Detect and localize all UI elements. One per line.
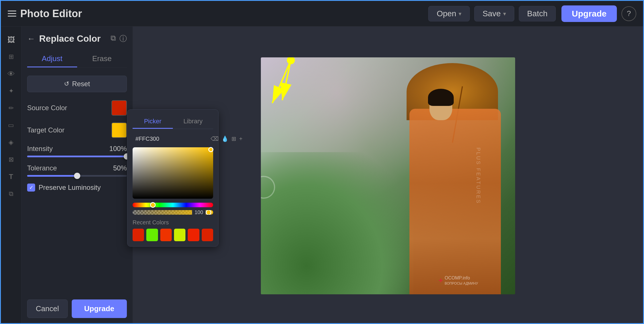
target-color-swatch[interactable] <box>111 122 127 138</box>
picker-add-icon[interactable]: + <box>239 136 243 142</box>
picker-tab-library[interactable]: Library <box>173 115 213 129</box>
sidebar-item-adjust[interactable]: ⊞ <box>4 49 19 64</box>
topbar: Photo Editor Open ▾ Save ▾ Batch Upgrade… <box>1 1 643 27</box>
batch-button[interactable]: Batch <box>519 6 556 21</box>
intensity-slider-fill <box>27 156 127 157</box>
reset-icon: ↺ <box>64 80 69 88</box>
picker-tabs: Picker Library <box>133 115 213 129</box>
source-color-swatch[interactable] <box>111 100 127 116</box>
hue-slider-thumb[interactable] <box>150 202 156 208</box>
picker-erase-icon[interactable]: ⌫ <box>211 135 219 142</box>
upgrade-panel-button[interactable]: Upgrade <box>72 299 127 318</box>
recent-color-1[interactable] <box>133 229 144 241</box>
picker-gradient-area[interactable] <box>133 147 213 199</box>
recent-color-5[interactable] <box>188 229 199 241</box>
sidebar-item-layers[interactable]: ⧉ <box>4 186 19 201</box>
hue-slider[interactable] <box>133 203 213 207</box>
sidebar-item-image[interactable]: 🖼 <box>4 32 19 47</box>
target-color-label: Target Color <box>27 126 107 134</box>
tolerance-slider-fill <box>27 175 77 177</box>
picker-grid-icon[interactable]: ⊞ <box>231 135 236 142</box>
copy-icon[interactable]: ⧉ <box>111 34 116 44</box>
alpha-slider[interactable]: 100 <box>133 210 213 215</box>
tolerance-header: Tolerance 50% <box>27 164 127 172</box>
intensity-value: 100% <box>109 145 127 153</box>
alpha-value-badge: 100 <box>192 210 206 215</box>
tolerance-slider-row: Tolerance 50% <box>27 164 127 177</box>
intensity-header: Intensity 100% <box>27 145 127 153</box>
panel-title: Replace Color <box>39 33 107 44</box>
source-color-row: Source Color <box>27 100 127 116</box>
photo-scene: PLUS FEATURES ✚ OCOMP.infoВОПРОСЫ АДМИНУ <box>261 57 515 294</box>
sidebar-item-magic[interactable]: ✦ <box>4 84 19 98</box>
panel: ← Replace Color ⧉ ⓘ Adjust Erase ↺ Reset… <box>21 27 133 324</box>
picker-hex-row: ⌫ 💧 ⊞ + <box>133 134 213 144</box>
cancel-button[interactable]: Cancel <box>27 299 68 318</box>
recent-color-2[interactable] <box>146 229 158 241</box>
tolerance-label: Tolerance <box>27 164 57 172</box>
hair-shape <box>428 89 454 106</box>
sidebar-item-shapes[interactable]: ◈ <box>4 135 19 150</box>
watermark-icon: ✚ <box>439 277 443 284</box>
help-button[interactable]: ? <box>621 6 636 21</box>
target-color-row: Target Color <box>27 122 127 138</box>
picker-hex-input[interactable] <box>135 136 208 142</box>
intensity-slider-track[interactable] <box>27 156 127 157</box>
sidebar-item-filter[interactable]: ⊠ <box>4 152 19 167</box>
sidebar-item-frame[interactable]: ▭ <box>4 118 19 133</box>
tab-adjust[interactable]: Adjust <box>27 51 77 67</box>
save-chevron-icon: ▾ <box>503 10 506 17</box>
watermark-text: OCOMP.infoВОПРОСЫ АДМИНУ <box>445 275 478 286</box>
plus-features-watermark: PLUS FEATURES <box>475 147 481 204</box>
upgrade-button[interactable]: Upgrade <box>561 5 617 22</box>
open-chevron-icon: ▾ <box>459 10 461 17</box>
tolerance-slider-thumb[interactable] <box>74 173 80 179</box>
save-button[interactable]: Save ▾ <box>474 6 514 21</box>
source-color-label: Source Color <box>27 104 107 112</box>
alpha-slider-thumb[interactable] <box>206 210 211 215</box>
open-button[interactable]: Open ▾ <box>428 6 470 21</box>
reset-button[interactable]: ↺ Reset <box>27 76 127 92</box>
picker-gradient-inner <box>133 147 213 199</box>
tolerance-slider-track[interactable] <box>27 175 127 177</box>
picker-tab-picker[interactable]: Picker <box>133 115 173 129</box>
sidebar-item-text[interactable]: T <box>4 169 19 184</box>
recent-color-6[interactable] <box>202 229 213 241</box>
preserve-luminosity-row: ✓ Preserve Luminosity <box>27 184 127 192</box>
photo-foliage <box>261 152 413 294</box>
preserve-luminosity-label: Preserve Luminosity <box>39 184 101 192</box>
picker-eyedropper-icon[interactable]: 💧 <box>221 135 229 142</box>
color-picker-popup: Picker Library ⌫ 💧 ⊞ + <box>127 109 219 247</box>
preserve-luminosity-checkbox[interactable]: ✓ <box>27 184 35 192</box>
tolerance-value: 50% <box>113 164 127 172</box>
recent-color-4[interactable] <box>174 229 185 241</box>
main-layout: 🖼 ⊞ 👁 ✦ ✏ ▭ ◈ ⊠ T ⧉ ← Replace Color ⧉ ⓘ … <box>1 27 643 324</box>
panel-tabs: Adjust Erase <box>27 51 127 68</box>
panel-header: ← Replace Color ⧉ ⓘ <box>27 33 127 44</box>
kimono-body <box>409 109 501 294</box>
recent-colors-row <box>133 229 213 241</box>
panel-bottom-buttons: Cancel Upgrade <box>27 299 127 318</box>
tab-erase[interactable]: Erase <box>77 51 127 67</box>
intensity-slider-row: Intensity 100% <box>27 145 127 157</box>
panel-header-icons: ⧉ ⓘ <box>111 34 127 44</box>
recent-colors-label: Recent Colors <box>133 219 213 226</box>
canvas-image-container: PLUS FEATURES ✚ OCOMP.infoВОПРОСЫ АДМИНУ <box>261 57 515 294</box>
back-arrow-icon: ← <box>27 34 35 43</box>
ocomp-watermark: ✚ OCOMP.infoВОПРОСЫ АДМИНУ <box>439 275 478 286</box>
topbar-left: Photo Editor <box>8 8 423 20</box>
recent-color-3[interactable] <box>160 229 172 241</box>
sidebar-item-eye[interactable]: 👁 <box>4 67 19 81</box>
icon-sidebar: 🖼 ⊞ 👁 ✦ ✏ ▭ ◈ ⊠ T ⧉ <box>1 27 21 324</box>
app-title: Photo Editor <box>20 8 82 20</box>
topbar-center: Open ▾ Save ▾ Batch <box>428 6 556 21</box>
intensity-label: Intensity <box>27 145 53 153</box>
sidebar-item-brush[interactable]: ✏ <box>4 101 19 116</box>
picker-gradient-handle[interactable] <box>208 147 213 152</box>
panel-back-button[interactable]: ← <box>27 34 35 43</box>
info-icon[interactable]: ⓘ <box>119 34 127 44</box>
topbar-right: Upgrade ? <box>561 5 636 22</box>
hamburger-menu-icon[interactable] <box>8 11 16 17</box>
